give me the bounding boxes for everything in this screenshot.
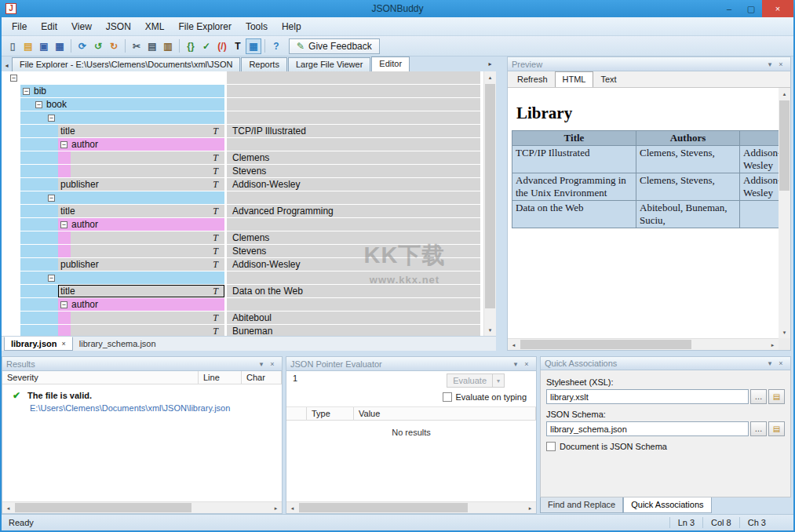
- stylesheet-open-folder-icon[interactable]: ▤: [768, 389, 785, 404]
- tree-node-cell[interactable]: T: [71, 245, 224, 257]
- paste-icon[interactable]: ▥: [160, 38, 176, 54]
- scroll-up-icon[interactable]: ▴: [484, 71, 496, 83]
- evaluate-on-typing-checkbox[interactable]: [443, 392, 452, 402]
- give-feedback-button[interactable]: ✎ Give Feedback: [289, 38, 380, 54]
- collapse-icon[interactable]: −: [48, 115, 55, 122]
- scroll-left-icon[interactable]: ◂: [508, 339, 520, 351]
- results-column-severity[interactable]: Severity: [2, 371, 199, 384]
- tree-node-cell[interactable]: titleT: [58, 285, 224, 297]
- evaluate-dropdown-icon[interactable]: ▾: [492, 374, 504, 387]
- schema-input[interactable]: [546, 421, 749, 436]
- minimize-button[interactable]: –: [718, 0, 740, 17]
- document-is-schema-checkbox[interactable]: [546, 442, 556, 451]
- evaluate-button[interactable]: Evaluate ▾: [447, 373, 505, 388]
- node-value[interactable]: Addison-Wesley: [227, 258, 480, 271]
- open-folder-icon[interactable]: ▤: [20, 38, 36, 54]
- collapse-icon[interactable]: −: [60, 221, 67, 228]
- preview-vscroll-thumb[interactable]: [779, 100, 790, 191]
- node-value[interactable]: [227, 85, 480, 97]
- document-tab[interactable]: File Explorer - E:\Users\Clemens\Documen…: [12, 57, 240, 71]
- menu-item-view[interactable]: View: [64, 19, 99, 35]
- tab-scroll-left-icon[interactable]: ◂: [2, 59, 12, 71]
- file-tab[interactable]: library.json×: [4, 337, 73, 351]
- menu-item-tools[interactable]: Tools: [239, 19, 275, 35]
- invalid-icon[interactable]: (/): [214, 38, 230, 54]
- preview-tab-text[interactable]: Text: [593, 72, 623, 87]
- pointer-hscroll-thumb[interactable]: [299, 503, 468, 512]
- results-hscroll-thumb[interactable]: [15, 503, 191, 512]
- scroll-left-icon[interactable]: ◂: [2, 502, 14, 514]
- node-value[interactable]: Data on the Web: [227, 285, 480, 297]
- pointer-column-value[interactable]: Value: [354, 407, 536, 420]
- file-tab[interactable]: library_schema.json: [73, 337, 162, 351]
- scroll-right-icon[interactable]: ▸: [270, 502, 282, 514]
- stylesheet-browse-button[interactable]: …: [750, 389, 767, 404]
- tree-node-cell[interactable]: −: [8, 71, 224, 84]
- schema-browse-button[interactable]: …: [750, 421, 767, 436]
- collapse-icon[interactable]: −: [60, 301, 67, 308]
- menu-item-file[interactable]: File: [5, 19, 34, 35]
- node-value[interactable]: [227, 218, 480, 231]
- tree-node-cell[interactable]: −: [46, 271, 224, 284]
- node-value[interactable]: [227, 298, 480, 311]
- cut-icon[interactable]: ✂: [129, 38, 144, 54]
- panel-close-icon[interactable]: ×: [521, 360, 532, 368]
- node-value[interactable]: Clemens: [227, 231, 480, 244]
- tree-node-cell[interactable]: T: [71, 151, 224, 164]
- text-view-icon[interactable]: T: [230, 38, 246, 54]
- tree-node-cell[interactable]: −author: [58, 298, 224, 311]
- node-value[interactable]: TCP/IP Illustrated: [227, 125, 480, 137]
- maximize-button[interactable]: ▢: [740, 0, 762, 17]
- panel-close-icon[interactable]: ×: [775, 359, 786, 367]
- preview-tab-html[interactable]: HTML: [555, 71, 594, 87]
- tree-node-cell[interactable]: −: [46, 191, 224, 204]
- grid-view-icon[interactable]: ▦: [246, 38, 261, 54]
- collapse-icon[interactable]: −: [48, 195, 55, 202]
- node-value[interactable]: Addison-Wesley: [227, 178, 480, 191]
- tab-scroll-right-icon[interactable]: ▸: [485, 57, 495, 70]
- collapse-icon[interactable]: −: [10, 75, 17, 82]
- tree-node-cell[interactable]: −: [46, 111, 224, 124]
- new-file-icon[interactable]: ▯: [5, 38, 20, 54]
- save-icon[interactable]: ▣: [36, 38, 52, 54]
- results-column-char[interactable]: Char: [242, 371, 282, 384]
- panel-tab-find-and-replace[interactable]: Find and Replace: [540, 497, 623, 513]
- document-is-schema[interactable]: Document is JSON Schema: [546, 442, 785, 451]
- collapse-icon[interactable]: −: [48, 275, 55, 282]
- scroll-down-icon[interactable]: ▾: [779, 326, 790, 338]
- preview-hscroll-thumb[interactable]: [520, 340, 691, 349]
- redo-icon[interactable]: ↻: [106, 38, 122, 54]
- menu-item-json[interactable]: JSON: [99, 19, 138, 35]
- editor-scroll-thumb[interactable]: [485, 84, 495, 308]
- pointer-expression-input[interactable]: [304, 373, 445, 387]
- scroll-right-icon[interactable]: ▸: [524, 502, 536, 514]
- tree-node-cell[interactable]: −author: [58, 138, 224, 151]
- node-value[interactable]: [227, 138, 480, 151]
- panel-menu-icon[interactable]: ▾: [510, 360, 521, 368]
- node-value[interactable]: Clemens: [227, 151, 480, 164]
- scroll-right-icon[interactable]: ▸: [767, 339, 779, 351]
- panel-tab-quick-associations[interactable]: Quick Associations: [623, 497, 711, 513]
- node-value[interactable]: [227, 71, 480, 84]
- validation-result-row[interactable]: ✔ The file is valid.: [2, 390, 282, 401]
- node-value[interactable]: [227, 191, 480, 204]
- close-tab-icon[interactable]: ×: [61, 340, 65, 348]
- menu-item-edit[interactable]: Edit: [34, 19, 64, 35]
- tree-node-cell[interactable]: titleT: [58, 125, 224, 137]
- schema-open-folder-icon[interactable]: ▤: [768, 421, 785, 436]
- node-value[interactable]: Stevens: [227, 245, 480, 257]
- panel-close-icon[interactable]: ×: [775, 60, 786, 68]
- stylesheet-input[interactable]: [546, 389, 749, 404]
- node-value[interactable]: Stevens: [227, 165, 480, 177]
- tree-node-cell[interactable]: −bib: [20, 85, 224, 97]
- document-tab[interactable]: Reports: [241, 57, 287, 71]
- tree-node-cell[interactable]: titleT: [58, 205, 224, 217]
- tree-node-cell[interactable]: T: [71, 165, 224, 177]
- tree-node-cell[interactable]: T: [71, 312, 224, 324]
- node-value[interactable]: Abiteboul: [227, 312, 480, 324]
- node-value[interactable]: [227, 111, 480, 124]
- undo-icon[interactable]: ↺: [90, 38, 106, 54]
- wellformed-check-icon[interactable]: {}: [183, 38, 199, 54]
- tree-node-cell[interactable]: −author: [58, 218, 224, 231]
- collapse-icon[interactable]: −: [23, 88, 30, 95]
